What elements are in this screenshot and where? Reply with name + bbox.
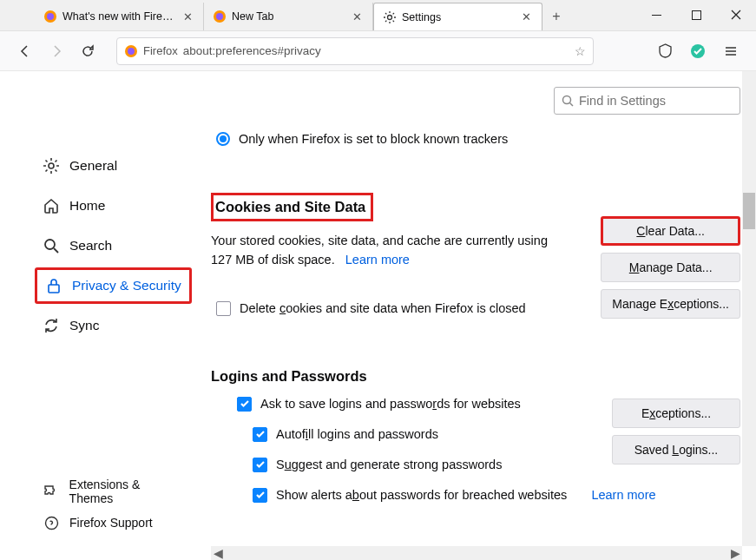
close-icon[interactable]: ✕ xyxy=(519,10,533,24)
learn-more-link[interactable]: Learn more xyxy=(345,253,410,267)
sidebar-item-home[interactable]: Home xyxy=(35,188,192,224)
checkbox-label: Autofill logins and passwords xyxy=(276,427,438,441)
bookmark-star-icon[interactable]: ☆ xyxy=(575,44,586,58)
account-icon[interactable] xyxy=(685,38,711,64)
tab-label: New Tab xyxy=(232,10,345,23)
sidebar-item-general[interactable]: General xyxy=(35,148,192,184)
firefox-icon xyxy=(124,44,138,58)
firefox-icon xyxy=(43,10,57,23)
url-text: about:preferences#privacy xyxy=(183,44,569,57)
back-button[interactable] xyxy=(12,38,38,64)
settings-content: General Home Search Privacy & Security S… xyxy=(0,71,756,560)
scroll-right-icon[interactable]: ▶ xyxy=(728,546,742,560)
minimize-button[interactable] xyxy=(636,0,676,30)
vertical-scrollbar[interactable] xyxy=(742,71,756,546)
sidebar-label: Extensions & Themes xyxy=(69,478,185,505)
maximize-button[interactable] xyxy=(676,0,716,30)
search-icon xyxy=(562,95,574,107)
svg-rect-5 xyxy=(692,10,700,19)
breach-alerts-checkbox[interactable]: Show alerts about passwords for breached… xyxy=(253,488,732,503)
scroll-left-icon[interactable]: ◀ xyxy=(211,546,225,560)
close-window-button[interactable] xyxy=(716,0,756,30)
svg-point-3 xyxy=(216,13,223,20)
checkbox-label: Delete cookies and site data when Firefo… xyxy=(240,301,526,315)
sidebar-label: General xyxy=(69,158,117,174)
tab-label: What's new with Firefox - M xyxy=(62,10,175,23)
svg-point-13 xyxy=(563,96,571,104)
forward-button[interactable] xyxy=(43,38,69,64)
sidebar-label: Home xyxy=(69,198,105,214)
svg-point-1 xyxy=(47,13,54,20)
new-tab-button[interactable]: + xyxy=(542,3,570,30)
sidebar-label: Sync xyxy=(69,318,99,333)
tab-strip: What's new with Firefox - M ✕ New Tab ✕ … xyxy=(35,3,570,30)
settings-sidebar: General Home Search Privacy & Security S… xyxy=(0,87,211,560)
close-icon[interactable]: ✕ xyxy=(181,10,194,23)
radio-block-trackers[interactable]: Only when Firefox is set to block known … xyxy=(216,132,732,146)
checkbox-label: Show alerts about passwords for breached… xyxy=(276,488,567,502)
svg-point-9 xyxy=(49,163,54,168)
logins-heading: Logins and Passwords xyxy=(211,368,732,385)
sidebar-item-support[interactable]: Firefox Support xyxy=(35,508,192,537)
tab-whatsnew[interactable]: What's new with Firefox - M ✕ xyxy=(35,3,204,30)
svg-point-4 xyxy=(388,15,392,19)
nav-toolbar: Firefox about:preferences#privacy ☆ xyxy=(0,31,756,71)
settings-main: Find in Settings Only when Firefox is se… xyxy=(211,87,756,560)
title-bar: What's new with Firefox - M ✕ New Tab ✕ … xyxy=(0,0,756,31)
home-icon xyxy=(42,196,61,215)
pocket-icon[interactable] xyxy=(652,38,678,64)
checkbox-icon xyxy=(237,397,252,412)
learn-more-link[interactable]: Learn more xyxy=(591,488,655,502)
radio-icon xyxy=(216,132,230,146)
url-bar[interactable]: Firefox about:preferences#privacy ☆ xyxy=(116,37,594,65)
manage-exceptions-button[interactable]: Manage Exceptions... xyxy=(601,289,740,319)
puzzle-icon xyxy=(42,482,61,501)
gear-icon xyxy=(383,10,397,24)
radio-label: Only when Firefox is set to block known … xyxy=(239,132,508,146)
sidebar-label: Privacy & Security xyxy=(72,278,181,293)
sidebar-label: Search xyxy=(69,238,112,254)
checkbox-icon xyxy=(253,427,267,442)
checkbox-label: Suggest and generate strong passwords xyxy=(276,458,502,471)
checkbox-icon xyxy=(253,488,267,503)
tab-settings[interactable]: Settings ✕ xyxy=(373,3,542,30)
saved-logins-button[interactable]: Saved Logins... xyxy=(612,435,740,464)
checkbox-icon xyxy=(216,301,231,316)
manage-data-button[interactable]: Manage Data... xyxy=(601,253,740,282)
tab-label: Settings xyxy=(402,11,514,23)
scrollbar-thumb[interactable] xyxy=(743,193,755,229)
checkbox-label: Ask to save logins and passwords for web… xyxy=(260,397,521,411)
cookies-heading: Cookies and Site Data xyxy=(211,193,373,221)
svg-point-7 xyxy=(128,48,135,55)
menu-icon[interactable] xyxy=(718,38,744,64)
window-controls xyxy=(636,0,756,30)
reload-button[interactable] xyxy=(75,38,101,64)
search-icon xyxy=(42,236,61,255)
clear-data-button[interactable]: Clear Data... xyxy=(601,216,740,246)
firefox-icon xyxy=(213,10,227,23)
sync-icon xyxy=(42,316,61,335)
checkbox-icon xyxy=(253,458,267,472)
horizontal-scrollbar[interactable]: ◀▶ xyxy=(211,546,742,560)
sidebar-item-sync[interactable]: Sync xyxy=(35,307,192,344)
search-placeholder: Find in Settings xyxy=(579,94,666,108)
find-in-settings-input[interactable]: Find in Settings xyxy=(554,87,740,115)
sidebar-item-extensions[interactable]: Extensions & Themes xyxy=(35,477,192,506)
close-icon[interactable]: ✕ xyxy=(350,10,364,23)
sidebar-item-privacy[interactable]: Privacy & Security xyxy=(35,267,192,304)
sidebar-item-search[interactable]: Search xyxy=(35,227,192,264)
svg-rect-11 xyxy=(49,285,59,293)
sidebar-label: Firefox Support xyxy=(69,516,153,530)
tab-newtab[interactable]: New Tab ✕ xyxy=(204,3,373,30)
help-icon xyxy=(42,513,61,532)
exceptions-button[interactable]: Exceptions... xyxy=(612,399,740,428)
cookies-desc: Your stored cookies, site data, and cach… xyxy=(211,231,593,270)
svg-point-10 xyxy=(45,240,55,249)
gear-icon xyxy=(42,156,61,175)
url-brand: Firefox xyxy=(143,44,178,57)
lock-icon xyxy=(44,276,63,295)
